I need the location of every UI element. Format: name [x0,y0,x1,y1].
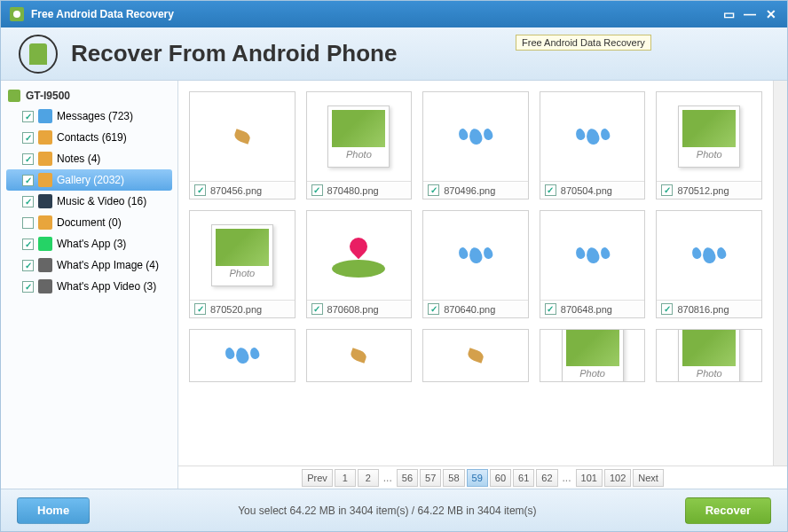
checkbox[interactable] [311,303,323,315]
checkbox[interactable] [22,239,34,250]
thumbnail[interactable]: Photo870512.png [656,91,762,200]
page-58[interactable]: 58 [443,469,464,487]
device-icon [8,90,20,102]
sidebar-item-contact[interactable]: Contacts (619) [6,127,172,148]
android-icon [19,35,58,74]
checkbox[interactable] [311,184,323,196]
titlebar: Free Android Data Recovery ▭ — ✕ [1,1,787,27]
page-prev[interactable]: Prev [302,469,333,487]
paginator: Prev12...56575859606162...101102Next [178,466,787,489]
thumbnail[interactable]: Photo870520.png [189,210,296,318]
page-102[interactable]: 102 [604,469,631,487]
page-title: Recover From Android Phone [71,40,397,67]
page-ellipsis: ... [381,472,395,484]
thumbnail-image [423,92,528,181]
thumbnail-image [540,92,645,181]
device-node[interactable]: GT-I9500 [6,86,172,106]
checkbox[interactable] [194,303,206,315]
checkbox[interactable] [22,132,34,144]
sidebar-item-gallery[interactable]: Gallery (2032) [6,169,172,191]
checkbox[interactable] [194,184,206,196]
page-ellipsis: ... [560,472,574,484]
page-57[interactable]: 57 [420,469,441,487]
page-59[interactable]: 59 [467,469,488,487]
checkbox[interactable] [22,260,34,271]
msg-icon [38,109,52,123]
checkbox[interactable] [661,303,673,315]
sidebar-item-doc[interactable]: Document (0) [6,212,172,233]
notes-icon [38,152,52,166]
checkbox[interactable] [22,217,34,229]
contact-icon [38,130,52,145]
thumbnail-name: 870512.png [677,185,729,196]
thumbnail-image [307,211,412,300]
thumbnail[interactable] [306,329,413,382]
doc-icon [38,215,52,230]
music-icon [38,194,52,208]
thumbnail-image [190,92,295,181]
header: Recover From Android Phone Free Android … [1,27,787,81]
window-menu-icon[interactable]: ▭ [721,7,736,21]
thumbnail-name: 870648.png [561,304,612,315]
sidebar-item-waimg[interactable]: What's App Image (4) [6,254,172,276]
sidebar-item-msg[interactable]: Messages (723) [6,106,172,127]
sidebar-item-music[interactable]: Music & Video (16) [6,191,172,212]
footer: Home You select 64.22 MB in 3404 item(s)… [1,489,787,531]
thumbnail[interactable]: 870504.png [540,91,646,200]
thumbnail-grid: 870456.pngPhoto870480.png870496.png87050… [178,81,773,466]
tooltip: Free Android Data Recovery [516,35,651,51]
close-icon[interactable]: ✕ [764,7,778,21]
page-62[interactable]: 62 [536,469,557,487]
thumbnail-name: 870504.png [561,185,612,196]
checkbox[interactable] [428,184,439,196]
recover-button[interactable]: Recover [685,497,771,524]
checkbox[interactable] [22,196,34,207]
sidebar-item-label: Music & Video (16) [57,195,146,207]
page-1[interactable]: 1 [335,469,356,487]
page-2[interactable]: 2 [358,469,379,487]
thumbnail[interactable]: 870640.png [422,210,529,318]
wavid-icon [38,279,52,293]
sidebar-item-label: What's App Video (3) [57,280,156,293]
checkbox[interactable] [22,111,34,122]
sidebar-item-label: Messages (723) [57,110,133,122]
page-101[interactable]: 101 [576,469,603,487]
thumbnail-name: 870520.png [210,304,262,315]
thumbnail[interactable]: 870608.png [306,210,413,318]
thumbnail[interactable]: Photo [540,329,646,382]
sidebar-item-wa[interactable]: What's App (3) [6,233,172,254]
scrollbar[interactable] [773,81,787,466]
page-next[interactable]: Next [633,469,664,487]
titlebar-title: Free Android Data Recovery [31,8,721,20]
checkbox[interactable] [545,184,556,196]
thumbnail-name: 870816.png [677,304,729,315]
thumbnail[interactable]: 870456.png [189,91,296,200]
minimize-icon[interactable]: — [743,7,757,21]
main-panel: 870456.pngPhoto870480.png870496.png87050… [178,81,787,489]
thumbnail[interactable]: 870496.png [422,91,529,200]
waimg-icon [38,258,52,272]
thumbnail[interactable]: 870816.png [656,210,762,318]
thumbnail[interactable]: Photo [656,329,762,382]
thumbnail-image [423,330,528,381]
page-61[interactable]: 61 [513,469,534,487]
checkbox[interactable] [22,281,34,293]
sidebar-item-notes[interactable]: Notes (4) [6,148,172,169]
page-56[interactable]: 56 [397,469,418,487]
thumbnail[interactable] [189,329,296,382]
thumbnail[interactable]: 870648.png [540,210,646,318]
checkbox[interactable] [22,153,34,165]
page-60[interactable]: 60 [490,469,511,487]
thumbnail-image [657,211,761,300]
thumbnail-image: Photo [307,92,412,181]
sidebar-item-label: What's App Image (4) [57,259,159,271]
checkbox[interactable] [428,303,439,315]
thumbnail-name: 870456.png [210,185,262,196]
home-button[interactable]: Home [17,497,90,524]
thumbnail[interactable]: Photo870480.png [306,91,413,200]
checkbox[interactable] [661,184,673,196]
checkbox[interactable] [545,303,556,315]
sidebar-item-wavid[interactable]: What's App Video (3) [6,276,172,297]
thumbnail[interactable] [422,329,529,382]
checkbox[interactable] [22,175,34,186]
